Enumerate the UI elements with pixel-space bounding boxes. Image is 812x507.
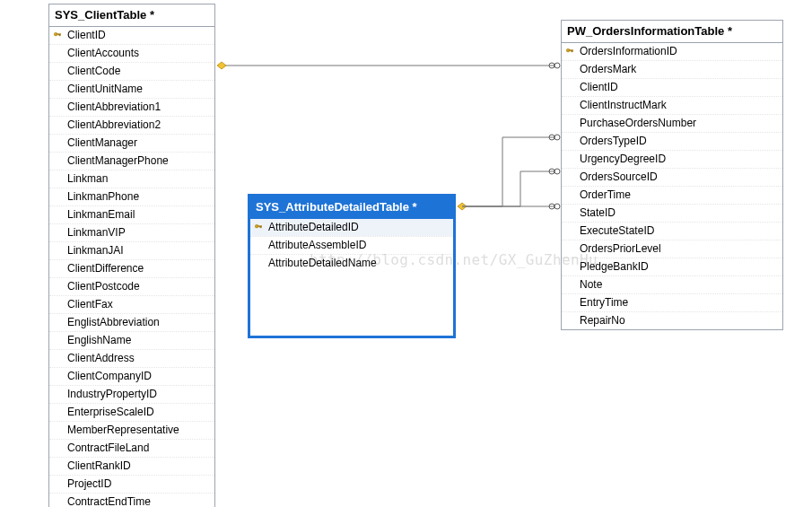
column-row[interactable]: PledgeBankID xyxy=(562,258,782,275)
column-name: OrdersInformationID xyxy=(578,43,779,60)
column-row[interactable]: ClientAbbreviation2 xyxy=(49,116,214,134)
column-row[interactable]: ClientID xyxy=(562,78,782,96)
column-row[interactable]: OrdersSourceID xyxy=(562,168,782,186)
column-row[interactable]: OrderTime xyxy=(562,186,782,204)
column-row[interactable]: ClientCompanyID xyxy=(49,367,214,385)
column-row[interactable]: MemberRepresentative xyxy=(49,421,214,439)
column-row[interactable]: ClientID xyxy=(49,27,214,44)
svg-rect-9 xyxy=(261,226,262,228)
column-name: OrdersPriorLevel xyxy=(578,240,779,258)
column-name: LinkmanVIP xyxy=(65,224,211,241)
column-row[interactable]: ExecuteStateID xyxy=(562,222,782,240)
column-row[interactable]: ClientRankID xyxy=(49,457,214,475)
table-columns: AttributeDetailedIDAttributeAssembleIDAt… xyxy=(250,219,453,336)
column-row[interactable]: AttributeDetailedName xyxy=(250,254,453,272)
column-row[interactable]: Linkman xyxy=(49,170,214,188)
column-row[interactable]: IndustryPropertyID xyxy=(49,385,214,403)
column-name: OrdersTypeID xyxy=(578,133,779,150)
column-name: ClientFax xyxy=(65,296,211,313)
primary-key-icon xyxy=(250,219,266,236)
column-name: ContractEndTime xyxy=(65,494,211,507)
column-name: UrgencyDegreeID xyxy=(578,151,779,168)
primary-key-icon xyxy=(49,27,65,44)
column-row[interactable]: ContractEndTime xyxy=(49,493,214,507)
column-name: ClientCode xyxy=(65,63,211,80)
table-pw-orders-information[interactable]: PW_OrdersInformationTable * OrdersInform… xyxy=(561,20,783,330)
column-row[interactable]: OrdersInformationID xyxy=(562,43,782,60)
column-name: ClientID xyxy=(578,79,779,96)
column-row[interactable]: LinkmanEmail xyxy=(49,205,214,223)
column-row[interactable]: RepairNo xyxy=(562,311,782,329)
column-name: RepairNo xyxy=(578,312,779,329)
column-name: ClientCompanyID xyxy=(65,368,211,385)
column-name: ContractFileLand xyxy=(65,440,211,457)
svg-rect-6 xyxy=(58,34,59,35)
table-title: SYS_ClientTable * xyxy=(49,4,214,27)
column-name: ClientManager xyxy=(65,135,211,152)
column-row[interactable]: AttributeAssembleID xyxy=(250,236,453,254)
column-row[interactable]: ClientCode xyxy=(49,62,214,80)
primary-key-icon xyxy=(562,43,578,60)
column-row[interactable]: LinkmanPhone xyxy=(49,188,214,205)
column-name: EnglishName xyxy=(65,332,211,349)
column-row[interactable]: LinkmanVIP xyxy=(49,223,214,241)
column-row[interactable]: ClientManager xyxy=(49,134,214,152)
column-name: ClientManagerPhone xyxy=(65,153,211,170)
column-row[interactable]: ClientAddress xyxy=(49,349,214,367)
column-row[interactable]: ClientAccounts xyxy=(49,44,214,62)
column-name: LinkmanPhone xyxy=(65,188,211,205)
column-row[interactable]: ClientDifference xyxy=(49,259,214,277)
column-row[interactable]: LinkmanJAI xyxy=(49,241,214,259)
column-name: PledgeBankID xyxy=(578,258,779,275)
column-row[interactable]: PurchaseOrdersNumber xyxy=(562,114,782,132)
svg-rect-14 xyxy=(571,50,572,51)
column-row[interactable]: ClientUnitName xyxy=(49,80,214,98)
column-name: EnterpriseScaleID xyxy=(65,404,211,421)
column-name: StateID xyxy=(578,205,779,222)
column-name: AttributeDetailedName xyxy=(266,255,450,272)
column-row[interactable]: StateID xyxy=(562,204,782,222)
column-name: IndustryPropertyID xyxy=(65,386,211,403)
diagram-canvas[interactable]: SYS_ClientTable * ClientIDClientAccounts… xyxy=(0,0,812,507)
column-row[interactable]: ClientInstructMark xyxy=(562,96,782,114)
column-row[interactable]: ProjectID xyxy=(49,475,214,493)
column-row[interactable]: OrdersPriorLevel xyxy=(562,240,782,258)
column-row[interactable]: UrgencyDegreeID xyxy=(562,150,782,168)
column-row[interactable]: OrdersTypeID xyxy=(562,132,782,150)
column-row[interactable]: OrdersMark xyxy=(562,60,782,78)
column-row[interactable]: EntryTime xyxy=(562,293,782,311)
column-name: PurchaseOrdersNumber xyxy=(578,115,779,132)
column-name: ClientAccounts xyxy=(65,45,211,62)
column-name: AttributeDetailedID xyxy=(266,219,450,236)
table-sys-client[interactable]: SYS_ClientTable * ClientIDClientAccounts… xyxy=(48,4,215,507)
column-row[interactable]: ClientAbbreviation1 xyxy=(49,98,214,116)
column-name: ClientDifference xyxy=(65,260,211,277)
column-row[interactable]: EnterpriseScaleID xyxy=(49,403,214,421)
column-row[interactable]: AttributeDetailedID xyxy=(250,219,453,236)
column-name: MemberRepresentative xyxy=(65,422,211,439)
column-name: ClientPostcode xyxy=(65,278,211,295)
column-name: ExecuteStateID xyxy=(578,223,779,240)
column-name: ClientRankID xyxy=(65,458,211,475)
column-row[interactable]: ContractFileLand xyxy=(49,439,214,457)
table-title: PW_OrdersInformationTable * xyxy=(562,21,782,43)
column-name: AttributeAssembleID xyxy=(266,237,450,254)
column-name: ClientAddress xyxy=(65,350,211,367)
table-sys-attribute-detailed[interactable]: SYS_AttributeDetailedTable * AttributeDe… xyxy=(248,194,456,338)
column-name: EnglistAbbreviation xyxy=(65,314,211,331)
column-name: OrdersSourceID xyxy=(578,169,779,186)
column-row[interactable]: Note xyxy=(562,275,782,293)
column-row[interactable]: ClientPostcode xyxy=(49,277,214,295)
column-name: Linkman xyxy=(65,170,211,188)
column-row[interactable]: EnglistAbbreviation xyxy=(49,313,214,331)
column-name: EntryTime xyxy=(578,294,779,311)
column-row[interactable]: ClientFax xyxy=(49,295,214,313)
column-name: ClientInstructMark xyxy=(578,97,779,114)
column-name: ProjectID xyxy=(65,476,211,493)
column-row[interactable]: ClientManagerPhone xyxy=(49,152,214,170)
table-columns: OrdersInformationIDOrdersMarkClientIDCli… xyxy=(562,43,782,329)
column-name: ClientID xyxy=(65,27,211,44)
column-row[interactable]: EnglishName xyxy=(49,331,214,349)
column-name: Note xyxy=(578,276,779,293)
column-name: OrderTime xyxy=(578,187,779,204)
